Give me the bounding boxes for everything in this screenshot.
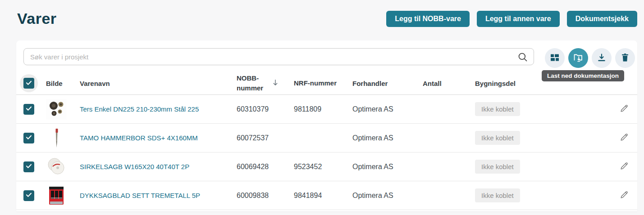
row-checkbox[interactable] (23, 161, 34, 172)
add-nobb-product-button[interactable]: Legg til NOBB-vare (386, 11, 470, 27)
search-input[interactable] (23, 48, 534, 65)
pencil-icon (619, 108, 629, 115)
nobb-number: 60009838 (237, 192, 294, 200)
select-all-halo (20, 74, 38, 92)
tooltip-last-ned-dokumentasjon: Last ned dokumentasjon (542, 70, 624, 81)
delete-button[interactable] (615, 48, 635, 68)
select-all-checkbox[interactable] (23, 78, 34, 89)
product-name-link[interactable]: Ters Enkel DN225 210-230mm Stål 225 (80, 105, 199, 113)
toolbar (16, 40, 637, 72)
folder-download-icon (572, 52, 584, 65)
row-checkbox[interactable] (23, 133, 34, 143)
pencil-icon (619, 137, 629, 143)
col-header-antall: Antall (423, 80, 475, 87)
edit-row-button[interactable] (618, 160, 630, 173)
nobb-number: 60310379 (237, 105, 294, 113)
topbar: Varer Legg til NOBB-vare Legg til annen … (17, 10, 637, 27)
edit-row-button[interactable] (618, 189, 630, 202)
nrf-number: 9811809 (294, 105, 352, 113)
check-icon (25, 105, 32, 114)
page-title: Varer (17, 10, 57, 27)
row-checkbox[interactable] (23, 104, 34, 115)
edit-row-button[interactable] (618, 103, 630, 116)
search-icon (517, 51, 529, 65)
toolbar-icon-buttons (545, 48, 635, 68)
bygningsdel-badge[interactable]: Ikke koblet (475, 131, 520, 145)
pencil-icon (619, 194, 629, 201)
table-row: SIRKELSAGB W165X20 40T40T 2P 60069428 95… (16, 152, 637, 181)
top-buttons: Legg til NOBB-vare Legg til annen vare D… (386, 11, 637, 27)
product-name-link[interactable]: TAMO HAMMERBOR SDS+ 4X160MM (80, 134, 198, 142)
product-image (46, 185, 67, 206)
forhandler-cell: Optimera AS (352, 192, 423, 200)
col-header-varenavn: Varenavn (80, 80, 237, 87)
nrf-number: 9523452 (294, 163, 352, 171)
product-name-link[interactable]: DYKKSAGBLAD SETT TREMETALL 5P (80, 192, 200, 199)
check-icon (25, 162, 32, 171)
download-icon (596, 52, 607, 64)
forhandler-cell: Optimera AS (352, 105, 423, 113)
col-header-forhandler: Forhandler (352, 80, 423, 87)
forhandler-cell: Optimera AS (352, 163, 423, 171)
product-image (46, 157, 67, 177)
col-header-bilde: Bilde (46, 80, 80, 87)
col-header-nrf-nummer: NRF-nummer (294, 78, 352, 88)
table-row: TAMO HAMMERBOR SDS+ 4X160MM 60072537 Opt… (16, 124, 637, 152)
sort-descending-icon[interactable] (271, 78, 280, 89)
col-header-nobb-nummer[interactable]: NOBB-nummer (237, 73, 294, 93)
document-check-button[interactable]: Dokumentsjekk (567, 11, 637, 27)
product-image (46, 99, 67, 120)
bygningsdel-badge[interactable]: Ikke koblet (475, 160, 520, 174)
trash-icon (620, 52, 630, 64)
bygningsdel-badge[interactable]: Ikke koblet (475, 102, 520, 116)
nobb-number: 60069428 (237, 163, 294, 171)
search-box (23, 48, 534, 65)
add-other-product-button[interactable]: Legg til annen vare (477, 11, 560, 27)
pencil-icon (619, 166, 629, 172)
product-name-link[interactable]: SIRKELSAGB W165X20 40T40T 2P (80, 163, 189, 170)
dashboard-view-button[interactable] (545, 48, 565, 68)
table-row: Ters Enkel DN225 210-230mm Stål 225 6031… (16, 95, 637, 124)
row-checkbox[interactable] (23, 190, 34, 201)
products-panel: Last ned dokumentasjon Bilde Varenavn NO… (16, 40, 637, 211)
table-row: DYKKSAGBLAD SETT TREMETALL 5P 60009838 9… (16, 181, 637, 210)
check-icon (25, 134, 32, 143)
dashboard-icon (549, 52, 560, 64)
product-image (46, 128, 67, 148)
nrf-number: 9841894 (294, 192, 352, 200)
download-button[interactable] (592, 48, 612, 68)
forhandler-cell: Optimera AS (352, 134, 423, 142)
edit-row-button[interactable] (618, 131, 630, 144)
nobb-number: 60072537 (237, 134, 294, 142)
check-icon (25, 191, 32, 200)
download-documentation-button[interactable] (568, 48, 588, 68)
check-icon (25, 79, 32, 88)
bygningsdel-badge[interactable]: Ikke koblet (475, 188, 520, 202)
